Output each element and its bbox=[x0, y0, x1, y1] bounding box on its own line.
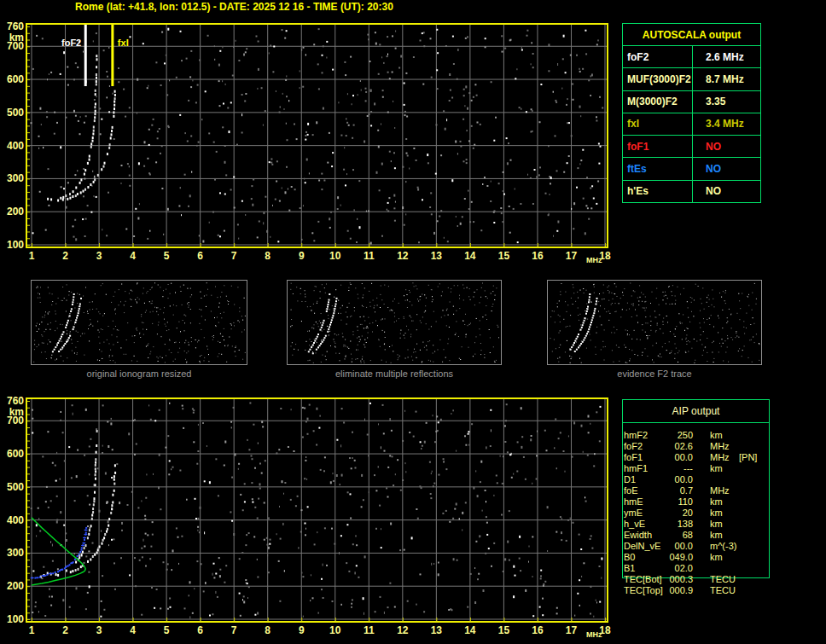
aip-row: hmF1---km bbox=[624, 463, 786, 474]
aip-row-unit: km bbox=[710, 508, 723, 519]
aip-table-header: AIP output bbox=[623, 400, 769, 423]
y-axis-tick-label: 200 bbox=[0, 581, 24, 591]
aip-row-label: hmE bbox=[624, 496, 643, 508]
autoscala-row: fxI3.4 MHz bbox=[623, 113, 760, 136]
x-axis-tick-label: 14 bbox=[462, 251, 479, 261]
aip-row: Ewidth68km bbox=[624, 530, 786, 541]
aip-row: B0049.0km bbox=[624, 552, 786, 563]
x-axis-tick-label: 6 bbox=[192, 625, 209, 635]
marker-label-foF2: foF2 bbox=[61, 38, 81, 48]
aip-row-label: hmF2 bbox=[624, 430, 648, 441]
x-axis-tick-label: 1 bbox=[23, 625, 40, 635]
aip-row-value: 02.0 bbox=[649, 563, 693, 574]
autoscala-row-value: 8.7 MHz bbox=[693, 68, 760, 90]
autoscala-row: ftEsNO bbox=[623, 158, 760, 180]
autoscala-row: foF22.6 MHz bbox=[623, 46, 760, 68]
panel-caption: eliminate multiple reflections bbox=[287, 368, 502, 379]
aip-row-value: 00.0 bbox=[649, 452, 693, 463]
page-title: Rome (lat: +41.8, lon: 012.5) - DATE: 20… bbox=[75, 1, 393, 13]
x-axis-tick-label: 9 bbox=[293, 625, 310, 635]
mini-ionogram-panel bbox=[31, 280, 247, 365]
autoscala-screen: { "title": "Rome (lat: +41.8, lon: 012.5… bbox=[0, 0, 826, 644]
aip-row-label: foF2 bbox=[624, 441, 643, 452]
aip-row-unit: km bbox=[710, 430, 723, 441]
aip-row-value: 20 bbox=[649, 508, 693, 519]
y-axis-tick-label: 300 bbox=[0, 173, 24, 183]
ionogram-canvas: foF2fxI bbox=[27, 25, 607, 247]
autoscala-row-label: h'Es bbox=[623, 181, 693, 202]
autoscala-row-value: NO bbox=[693, 181, 760, 202]
aip-row-unit: km bbox=[710, 463, 723, 474]
x-axis-tick-label: 6 bbox=[192, 251, 209, 261]
x-axis-tick-label: 11 bbox=[360, 251, 377, 261]
x-axis-tick-label: 15 bbox=[495, 625, 512, 635]
aip-row-label: hmF1 bbox=[624, 463, 648, 474]
aip-row-value: 00.0 bbox=[649, 474, 693, 485]
autoscala-output-table: AUTOSCALA output foF22.6 MHzMUF(3000)F28… bbox=[622, 23, 761, 203]
autoscala-row-value: 3.4 MHz bbox=[693, 113, 760, 135]
x-axis-tick-label: 16 bbox=[529, 625, 546, 635]
autoscala-row: foF1NO bbox=[623, 136, 760, 158]
x-axis-tick-label: 17 bbox=[562, 625, 579, 635]
aip-row-value: 68 bbox=[649, 530, 693, 541]
x-axis-tick-label: 4 bbox=[125, 251, 142, 261]
autoscala-row-value: NO bbox=[693, 158, 760, 179]
y-axis-tick-label: 100 bbox=[0, 614, 24, 624]
x-axis-tick-label: 11 bbox=[360, 625, 377, 635]
x-axis-tick-label: 5 bbox=[158, 625, 175, 635]
y-axis-tick-label: 100 bbox=[0, 240, 24, 250]
autoscala-table-header: AUTOSCALA output bbox=[623, 24, 760, 46]
aip-row-label: foF1 bbox=[624, 452, 643, 463]
panel-caption: original ionogram resized bbox=[31, 368, 247, 379]
aip-row-label: D1 bbox=[624, 474, 636, 485]
autoscala-row-label: fxI bbox=[623, 113, 693, 135]
aip-row-value: 049.0 bbox=[649, 552, 693, 563]
aip-row-label: B1 bbox=[624, 563, 635, 574]
y-axis-tick-label: 760 bbox=[0, 21, 24, 32]
x-axis-tick-label: 3 bbox=[90, 625, 108, 635]
y-axis-tick-label: 300 bbox=[0, 548, 24, 558]
x-axis-tick-label: 7 bbox=[225, 251, 242, 261]
y-axis-tick-label: 700 bbox=[0, 41, 24, 51]
x-axis-tick-label: 5 bbox=[158, 251, 175, 261]
x-axis-tick-label: 12 bbox=[394, 625, 411, 635]
x-axis-tick-label: 16 bbox=[529, 251, 546, 261]
aip-row: foF202.6MHz bbox=[624, 441, 786, 452]
x-axis-tick-label: 2 bbox=[57, 625, 74, 635]
aip-row-value: 110 bbox=[649, 496, 693, 508]
aip-row-unit: MHz bbox=[710, 452, 730, 463]
aip-row-unit: km bbox=[710, 519, 723, 530]
autoscala-row-value: NO bbox=[693, 136, 760, 157]
y-axis-tick-label: 500 bbox=[0, 107, 24, 118]
aip-row-label: ymE bbox=[624, 508, 643, 519]
x-axis-tick-label: 7 bbox=[225, 625, 242, 635]
ionogram-canvas bbox=[27, 399, 607, 621]
aip-row-value: 02.6 bbox=[649, 441, 693, 452]
mini-ionogram-canvas bbox=[548, 281, 761, 364]
aip-row-value: 000.3 bbox=[649, 574, 693, 585]
aip-table-rows: hmF2250kmfoF202.6MHzfoF100.0MHz[PN]hmF1-… bbox=[624, 430, 786, 596]
aip-row: h_vE138km bbox=[624, 519, 786, 530]
aip-row-label: Ewidth bbox=[624, 530, 652, 541]
x-axis-tick-label: 14 bbox=[462, 625, 479, 635]
mini-ionogram-canvas bbox=[32, 281, 247, 364]
aip-row: foF100.0MHz[PN] bbox=[624, 452, 786, 463]
aip-row-unit: TECU bbox=[710, 585, 736, 596]
x-axis-tick-label: 9 bbox=[293, 251, 310, 261]
x-axis-tick-label: 17 bbox=[562, 251, 579, 261]
autoscala-row-value: 2.6 MHz bbox=[693, 46, 760, 67]
aip-row: hmE110km bbox=[624, 496, 786, 508]
x-axis-tick-label: 10 bbox=[327, 625, 344, 635]
aip-row-note: [PN] bbox=[739, 452, 757, 463]
aip-row-unit: km bbox=[710, 496, 723, 508]
autoscala-row: M(3000)F23.35 bbox=[623, 91, 760, 113]
x-axis-unit-label: MHz bbox=[586, 630, 602, 639]
x-axis-tick-label: 8 bbox=[259, 251, 276, 261]
aip-row-unit: MHz bbox=[710, 441, 730, 452]
aip-row-unit: TECU bbox=[710, 574, 736, 585]
autoscala-row-label: foF1 bbox=[623, 136, 693, 157]
x-axis-tick-label: 3 bbox=[90, 251, 108, 261]
x-axis-unit-label: MHz bbox=[586, 256, 602, 264]
marker-label-fxI: fxI bbox=[118, 38, 129, 48]
aip-row: D100.0 bbox=[624, 474, 786, 485]
